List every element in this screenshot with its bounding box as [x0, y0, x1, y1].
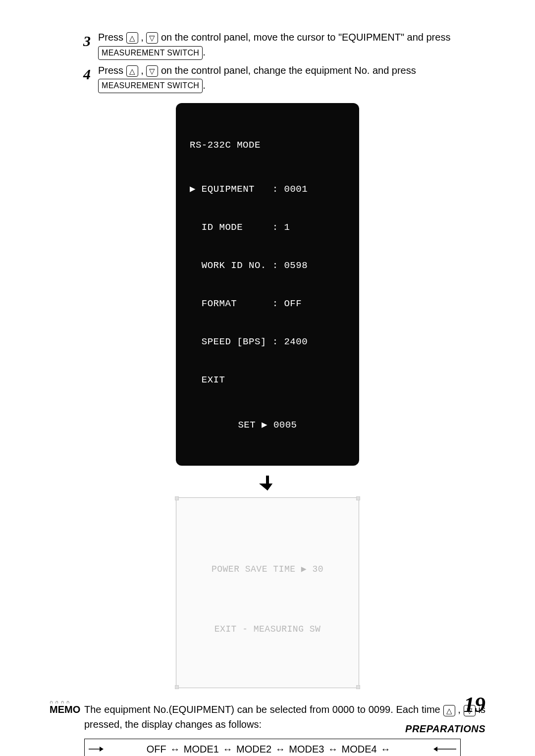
- mode-flow-text: OFF ↔ MODE1 ↔ MODE2 ↔ MODE3 ↔ MODE4 ↔: [104, 742, 433, 756]
- svg-marker-3: [433, 747, 437, 752]
- measurement-switch-button[interactable]: MEASUREMENT SWITCH: [98, 79, 203, 93]
- measurement-switch-button[interactable]: MEASUREMENT SWITCH: [98, 46, 203, 60]
- screen-illustration: RS-232C MODE ▶ EQUIPMENT : 0001 ID MODE …: [50, 103, 485, 689]
- menu-row-workid: WORK ID NO. : 0598: [190, 260, 345, 272]
- rs232c-screen: RS-232C MODE ▶ EQUIPMENT : 0001 ID MODE …: [176, 103, 359, 466]
- arrow-right-icon: [89, 746, 104, 752]
- step-number: 4: [83, 63, 98, 93]
- arrow-left-icon: [433, 746, 456, 752]
- power-save-screen: POWER SAVE TIME ▶ 30 EXIT - MEASURING SW: [176, 497, 359, 688]
- memo-label: ∩∩∩∩ MEMO: [50, 702, 84, 756]
- page-number: 19: [405, 689, 485, 721]
- step-body: Press △ , ▽ on the control panel, change…: [98, 63, 485, 93]
- menu-row-equipment: ▶ EQUIPMENT : 0001: [190, 183, 345, 196]
- text: Press: [98, 65, 126, 76]
- text: The equipment No.(EQUIPMENT) can be sele…: [84, 704, 443, 715]
- text: ,: [141, 32, 146, 43]
- svg-marker-1: [100, 747, 104, 752]
- text: Press: [98, 32, 126, 43]
- menu-row-idmode: ID MODE : 1: [190, 221, 345, 234]
- screen-title: RS-232C MODE: [190, 139, 345, 152]
- up-icon[interactable]: △: [126, 65, 138, 77]
- menu-row-exit: EXIT: [190, 374, 345, 387]
- light-line-1: POWER SAVE TIME ▶ 30: [186, 563, 349, 576]
- step-4: 4 Press △ , ▽ on the control panel, chan…: [83, 63, 485, 93]
- mode-flow-box: OFF ↔ MODE1 ↔ MODE2 ↔ MODE3 ↔ MODE4 ↔: [84, 739, 461, 756]
- text: .: [203, 47, 206, 57]
- down-icon[interactable]: ▽: [146, 32, 158, 44]
- text: on the control panel, move the cursor to…: [161, 32, 450, 43]
- text: on the control panel, change the equipme…: [161, 65, 416, 76]
- text: .: [203, 80, 206, 91]
- step-3: 3 Press △ , ▽ on the control panel, move…: [83, 30, 485, 60]
- step-body: Press △ , ▽ on the control panel, move t…: [98, 30, 485, 60]
- step-number: 3: [83, 30, 98, 60]
- up-icon[interactable]: △: [126, 32, 138, 44]
- down-icon[interactable]: ▽: [146, 65, 158, 77]
- section-title: PREPARATIONS: [405, 721, 485, 736]
- text: ,: [141, 65, 146, 76]
- page-footer: 19 PREPARATIONS: [405, 689, 485, 736]
- menu-row-format: FORMAT : OFF: [190, 298, 345, 311]
- light-line-2: EXIT - MEASURING SW: [186, 623, 349, 636]
- arrow-down-icon: [259, 475, 276, 491]
- menu-row-speed: SPEED [BPS] : 2400: [190, 336, 345, 349]
- set-value: SET ▶ 0005: [190, 419, 345, 432]
